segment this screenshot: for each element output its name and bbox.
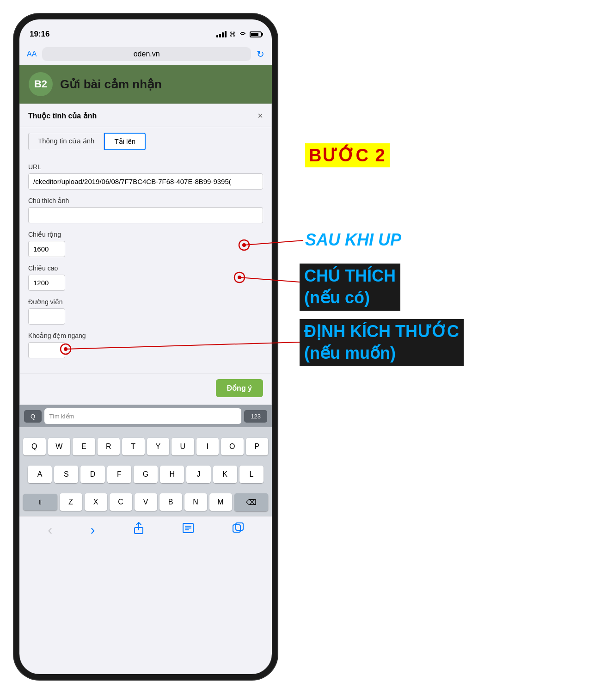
forward-button[interactable]: › (91, 522, 95, 538)
wifi-icon (239, 31, 247, 37)
url-input[interactable] (28, 173, 263, 190)
modal-title: Thuộc tính của ảnh (28, 111, 97, 120)
width-input[interactable] (28, 241, 65, 257)
tabs-button[interactable] (233, 522, 244, 537)
status-bar: 19:16 ⌘ (19, 19, 272, 43)
address-bar[interactable]: oden.vn (42, 47, 251, 61)
label-chu-thich: CHÚ THÍCH (nếu có) (300, 264, 400, 311)
confirm-area: Đồng ý (20, 373, 271, 405)
label-dinh-kich-thuoc: ĐỊNH KÍCH THƯỚC (nếu muốn) (300, 319, 464, 366)
confirm-button[interactable]: Đồng ý (216, 379, 263, 397)
height-label: Chiều cao (28, 264, 263, 272)
status-time: 19:16 (30, 30, 49, 39)
modal-dialog: Thuộc tính của ảnh × Thông tin của ảnh T… (19, 104, 272, 405)
caption-label: Chú thích ảnh (28, 197, 263, 204)
border-label: Đường viền (28, 298, 263, 306)
modal-header: Thuộc tính của ảnh × (20, 104, 271, 127)
keyboard-area: Q Tìm kiếm 123 Q W E R T Y U I O P A S D… (19, 405, 272, 516)
chu-thich-line1: CHÚ THÍCH (304, 265, 396, 287)
refresh-button[interactable]: ↻ (257, 49, 264, 60)
height-field-group: Chiều cao (28, 264, 263, 291)
tab-image-info[interactable]: Thông tin của ảnh (28, 133, 104, 150)
tabs-bar: Thông tin của ảnh Tải lên (20, 127, 271, 156)
b2-badge: B2 (29, 72, 53, 96)
width-label: Chiều rộng (28, 231, 263, 238)
width-field-group: Chiều rộng (28, 231, 263, 257)
page-title: Gửi bài cảm nhận (60, 77, 162, 92)
label-sau-khi-up: SAU KHI UP (305, 230, 401, 250)
phone-frame: 19:16 ⌘ (14, 14, 277, 680)
page-header: B2 Gửi bài cảm nhận (19, 65, 272, 104)
chu-thich-line2: (nếu có) (304, 287, 396, 309)
dinh-kich-thuoc-line1: ĐỊNH KÍCH THƯỚC (304, 321, 459, 343)
signal-bars-icon (216, 31, 227, 37)
status-icons: ⌘ (216, 31, 262, 38)
svg-rect-2 (236, 523, 243, 530)
height-input[interactable] (28, 275, 65, 291)
share-button[interactable] (133, 522, 144, 538)
hspace-label: Khoảng đệm ngang (28, 332, 263, 339)
form-body: URL Chú thích ảnh Chiều rộng (20, 156, 271, 373)
tab-upload[interactable]: Tải lên (104, 133, 146, 150)
close-button[interactable]: × (258, 111, 263, 121)
url-input-wrapper (28, 173, 263, 190)
caption-input[interactable] (28, 207, 263, 223)
wifi-icon: ⌘ (229, 31, 236, 38)
phone-screen: 19:16 ⌘ (19, 19, 272, 674)
dinh-kich-thuoc-line2: (nếu muốn) (304, 343, 459, 364)
label-buoc2: BƯỚC 2 (305, 143, 390, 167)
text-size-button[interactable]: AA (27, 50, 37, 58)
border-input[interactable] (28, 308, 65, 325)
url-bar: AA oden.vn ↻ (19, 43, 272, 65)
border-field-group: Đường viền (28, 298, 263, 325)
hspace-field-group: Khoảng đệm ngang (28, 332, 263, 358)
battery-icon (250, 31, 262, 37)
back-button[interactable]: ‹ (48, 522, 52, 538)
hspace-input[interactable] (28, 342, 65, 358)
safari-toolbar: ‹ › (19, 516, 272, 543)
bookmarks-button[interactable] (182, 522, 194, 537)
url-field-group: URL (28, 163, 263, 190)
caption-field-group: Chú thích ảnh (28, 197, 263, 223)
url-label: URL (28, 163, 263, 171)
